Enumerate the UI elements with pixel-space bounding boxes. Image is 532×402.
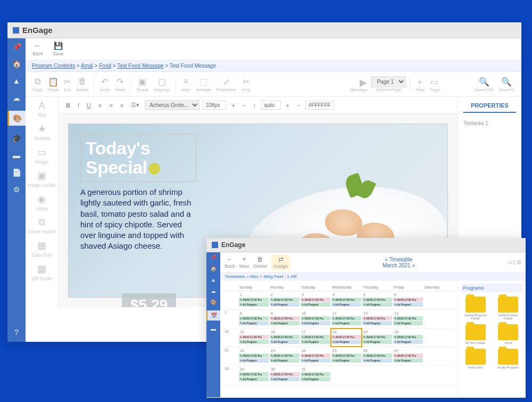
sidebar-hierarchy-icon[interactable]: ▲	[211, 277, 216, 283]
calendar-event[interactable]: ✎ 09:00-17:00 Pro	[239, 298, 269, 302]
italic-button[interactable]: I	[76, 101, 81, 110]
breadcrumb-link[interactable]: Test Food Message	[117, 63, 163, 69]
sidebar-design-icon[interactable]: 🎨	[7, 111, 26, 126]
back-button[interactable]: ← Back	[31, 42, 45, 56]
calendar-event[interactable]: ✎ Ad Program	[362, 302, 392, 307]
calendar-event[interactable]: ✎ 09:00-17:00 Pro	[362, 316, 392, 321]
lh-down-button[interactable]: −	[295, 101, 302, 110]
calendar-event[interactable]: ✎ 09:00-17:00 Pro	[393, 316, 423, 321]
zoom-out-button[interactable]: 🔍Zoom Out	[473, 77, 495, 92]
calendar-event[interactable]: ✎ 09:00-17:00 Pro	[331, 298, 361, 302]
calendar-event[interactable]: ✎ 09:00-17:00 Pro	[331, 335, 361, 339]
calendar-event[interactable]: ✎ 09:00-17:00 Pro	[301, 298, 330, 302]
sidebar-list-icon[interactable]: ▬	[13, 151, 20, 160]
size-up-button[interactable]: +	[229, 101, 237, 110]
program-folder[interactable]: Amal	[494, 324, 523, 344]
program-folder[interactable]: Audio Program	[494, 349, 523, 369]
paste-button[interactable]: 📋Paste	[46, 77, 60, 92]
calendar-cell[interactable]: 11✎ 09:00-17:00 Pro✎ Ad Program	[331, 310, 362, 328]
calendar-cell[interactable]: 25✎ 09:00-17:00 Pro✎ Ad Program	[331, 347, 362, 365]
new-button[interactable]: +New	[239, 256, 249, 269]
bold-button[interactable]: B	[64, 101, 72, 110]
calendar-cell[interactable]: 23✎ 09:00-17:00 Pro✎ Ad Program	[269, 347, 300, 365]
image-tool[interactable]: ▭Image	[35, 146, 48, 165]
program-folder[interactable]: Audio Test	[461, 349, 490, 369]
calendar-event[interactable]: ✎ 09:00-17:00 Pro	[301, 354, 330, 358]
calendar-cell[interactable]	[362, 366, 393, 384]
calendar-event[interactable]: ✎ Ad Program	[239, 377, 269, 381]
calendar-event[interactable]: ✎ 09:00-17:00 Pro	[239, 335, 269, 339]
calendar-cell[interactable]: 19✎ 09:00-17:00 Pro✎ Ad Program	[362, 329, 393, 347]
data-grid-tool[interactable]: ▦Data Grid	[31, 240, 52, 258]
message-button[interactable]: ▶Message	[348, 77, 369, 92]
calendar-event[interactable]: ✎ Ad Program	[393, 358, 423, 363]
list-button[interactable]: ☰▾	[129, 101, 142, 110]
calendar-event[interactable]: ✎ 09:00-17:00 Pro	[393, 354, 423, 358]
price-text[interactable]: $5.29	[122, 293, 176, 307]
back-button[interactable]: ←Back	[225, 256, 235, 269]
new-page-button[interactable]: ＋New	[414, 77, 426, 92]
sidebar-help-icon[interactable]: ?	[14, 328, 19, 337]
sidebar-design-icon[interactable]: 🎨	[210, 299, 217, 305]
breadcrumb-link[interactable]: Timetables	[225, 274, 245, 279]
group-button[interactable]: ▣Group	[135, 77, 150, 92]
font-select[interactable]: Acherus Grote...	[145, 100, 200, 110]
calendar-event[interactable]: ✎ 09:00-17:00 Pro	[270, 372, 300, 376]
calendar-event[interactable]: ✎ Ad Program	[239, 340, 269, 344]
calendar-cell[interactable]: 13✎ 09:00-17:00 Pro✎ Ad Program	[393, 310, 423, 328]
calendar-event[interactable]: ✎ Ad Program	[331, 302, 361, 307]
heading-textbox[interactable]: Today'sSpecial	[80, 134, 196, 182]
shapes-tool[interactable]: ★Shapes	[34, 123, 50, 141]
calendar-event[interactable]: ✎ Ad Program	[301, 358, 330, 363]
calendar-event[interactable]: ✎ Ad Program	[270, 321, 300, 325]
calendar-cell[interactable]: 2✎ 09:00-17:00 Pro✎ Ad Program	[269, 291, 300, 309]
align-button[interactable]: ≡Align	[179, 77, 192, 92]
sidebar-home-icon[interactable]: 🏠	[210, 266, 217, 272]
calendar-event[interactable]: ✎ 09:00-17:00 Pro	[239, 372, 269, 376]
copy-button[interactable]: ⧉Copy	[31, 77, 44, 92]
redo-button[interactable]: ↷Redo	[113, 77, 127, 92]
calendar-cell[interactable]: 30✎ 09:00-17:00 Pro✎ Ad Program	[269, 366, 300, 384]
assign-button[interactable]: ⇄Assign	[271, 255, 290, 270]
calendar-event[interactable]: ✎ 09:00-17:00 Pro	[393, 298, 423, 302]
align-left-button[interactable]: ≡	[96, 101, 104, 110]
calendar-event[interactable]: ✎ Ad Program	[239, 302, 269, 307]
delete-button[interactable]: 🗑Delete	[253, 256, 267, 269]
ungroup-button[interactable]: ▢Ungroup	[152, 77, 172, 92]
save-button[interactable]: 💾 Save	[51, 42, 65, 56]
calendar-cell[interactable]: 1✎ 09:00-17:00 Pro✎ Ad Program	[238, 291, 269, 309]
font-size-input[interactable]	[203, 101, 226, 110]
sidebar-cloud-icon[interactable]: ☁	[13, 94, 20, 102]
sidebar-cloud-icon[interactable]: ☁	[211, 288, 216, 294]
calendar-event[interactable]: ✎ Ad Program	[393, 321, 423, 325]
calendar-event[interactable]: ✎ Ad Program	[301, 321, 330, 325]
calendar-event[interactable]: ✎ Ad Program	[362, 321, 392, 325]
calendar-event[interactable]: ✎ 09:00-17:00 Pro	[362, 354, 392, 358]
calendar-event[interactable]: ✎ 09:00-17:00 Pro	[270, 298, 300, 302]
sidebar-doc-icon[interactable]: 📄	[12, 168, 21, 177]
proportion-button[interactable]: ⤢Proportion	[215, 77, 238, 92]
description-text[interactable]: A generous portion of shrimp lightly sau…	[80, 187, 196, 252]
calendar-cell[interactable]: 18✎ 09:00-17:00 Pro✎ Ad Program	[331, 329, 362, 347]
sidebar-hierarchy-icon[interactable]: ▲	[13, 77, 20, 85]
calendar-event[interactable]: ✎ Ad Program	[270, 340, 300, 344]
calendar-event[interactable]: ✎ Ad Program	[362, 358, 392, 363]
calendar-event[interactable]: ✎ Ad Program	[393, 302, 423, 307]
page-button[interactable]: ▭Page	[428, 77, 441, 92]
underline-button[interactable]: U	[85, 101, 93, 110]
program-folder[interactable]: All Test Folder	[461, 324, 490, 344]
calendar-cell[interactable]: 20✎ 09:00-17:00 Pro✎ Ad Program	[393, 329, 423, 347]
calendar-cell[interactable]: 3✎ 09:00-17:00 Pro✎ Ad Program	[300, 291, 331, 309]
calendar-cell[interactable]: 12✎ 09:00-17:00 Pro✎ Ad Program	[362, 310, 393, 328]
sidebar-home-icon[interactable]: 🏠	[12, 60, 21, 68]
calendar-cell[interactable]	[393, 366, 423, 384]
sidebar-pin-icon[interactable]: 📌	[12, 43, 21, 51]
calendar-event[interactable]: ✎ 09:00-17:00 Pro	[239, 354, 269, 358]
calendar-event[interactable]: ✎ 09:00-17:00 Pro	[331, 316, 361, 321]
calendar-cell[interactable]: 22✎ 09:00-17:00 Pro✎ Ad Program	[238, 347, 269, 365]
calendar-event[interactable]: ✎ Ad Program	[301, 340, 330, 344]
page-select[interactable]: Page 1	[371, 76, 406, 87]
arrange-button[interactable]: ⬚Arrange	[194, 77, 212, 92]
delete-button[interactable]: 🗑Delete	[74, 77, 90, 92]
sidebar-education-icon[interactable]: 🎓	[12, 134, 21, 143]
